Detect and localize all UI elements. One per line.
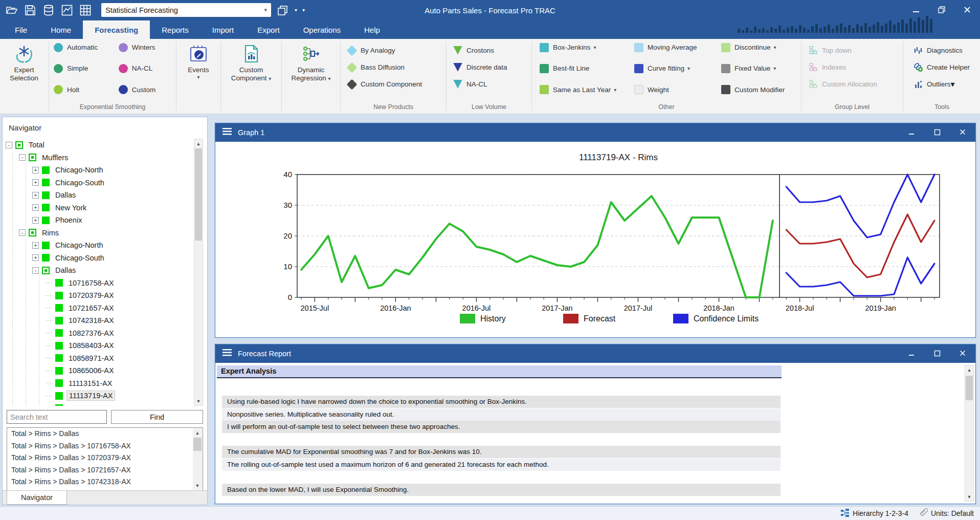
maximize-button[interactable] — [931, 127, 943, 137]
tree-item[interactable]: 10827376-AX — [6, 327, 191, 340]
tree-expander[interactable]: + — [32, 192, 39, 199]
search-input[interactable] — [7, 410, 107, 424]
new-product-method-button[interactable]: Custom Component — [347, 76, 446, 93]
low-volume-method-button[interactable]: Discrete data — [453, 59, 531, 76]
tree-item[interactable]: 11113151-AX — [6, 377, 191, 390]
tree-expander[interactable]: + — [32, 204, 39, 211]
smoothing-method-button[interactable]: Holt — [54, 81, 114, 98]
tree-item[interactable]: 10858971-AX — [6, 352, 191, 365]
minimize-button[interactable] — [909, 4, 923, 15]
ribbon-tab[interactable]: Reports — [150, 20, 201, 39]
smoothing-method-button[interactable]: Custom — [119, 81, 171, 98]
tree-item[interactable]: 10720379-AX — [6, 289, 191, 302]
other-method-button[interactable]: Fixed Value ▾ — [721, 60, 806, 77]
tree-item[interactable]: +Dallas — [6, 189, 191, 202]
expert-selection-button[interactable]: Expert Selection — [0, 42, 48, 102]
scroll-down-icon[interactable]: ▼ — [193, 481, 202, 490]
smoothing-method-button[interactable]: Simple — [54, 60, 114, 77]
window-menu-icon[interactable] — [222, 349, 232, 358]
other-method-button[interactable]: Curve fitting ▾ — [634, 60, 721, 77]
result-row[interactable]: Total > Rims > Dallas > 10721657-AX — [7, 464, 203, 476]
tree-expander[interactable]: + — [32, 217, 39, 224]
find-button[interactable]: Find — [111, 410, 203, 424]
other-method-button[interactable]: Weight — [634, 81, 721, 98]
cascade-windows-icon[interactable] — [276, 4, 289, 17]
tree-expander[interactable]: + — [32, 242, 39, 249]
navigator-tab[interactable]: Navigator — [7, 491, 67, 505]
quick-access-more-icon[interactable]: ▾ — [302, 7, 305, 13]
tree-item[interactable]: -Mufflers — [6, 151, 191, 164]
ribbon-tab[interactable]: Help — [352, 20, 392, 39]
ribbon-tab[interactable]: Export — [246, 20, 291, 39]
other-method-button[interactable]: Custom Modifier — [721, 81, 806, 98]
ribbon-tab[interactable]: Operations — [292, 20, 352, 39]
save-icon[interactable] — [24, 4, 37, 17]
minimize-button[interactable] — [906, 348, 917, 358]
new-product-method-button[interactable]: Bass Diffusion — [347, 59, 446, 76]
ribbon-tab[interactable]: Import — [201, 20, 246, 39]
report-scrollbar[interactable]: ▲ ▼ — [965, 365, 974, 502]
scroll-up-icon[interactable]: ▲ — [193, 428, 202, 437]
result-row[interactable]: Total > Rims > Dallas > 10716758-AX — [7, 440, 203, 452]
custom-allocation-button[interactable]: Custom Allocation — [808, 76, 902, 93]
restore-button[interactable] — [935, 4, 948, 15]
new-product-method-button[interactable]: By Analogy — [347, 42, 446, 59]
tree-item[interactable]: 10721657-AX — [6, 302, 191, 315]
hierarchy-status[interactable]: Hierarchy 1-2-3-4 — [840, 508, 908, 519]
units-status[interactable]: Units: Default — [919, 508, 974, 519]
scroll-thumb[interactable] — [193, 438, 202, 451]
tree-item[interactable]: 10865006-AX — [6, 364, 191, 377]
result-row[interactable]: Total > Rims > Dallas > 10720379-AX — [7, 452, 203, 464]
tree-expander[interactable]: - — [19, 229, 26, 236]
tree-expander[interactable]: + — [32, 179, 39, 186]
dynamic-regression-button[interactable]: Dynamic Regression ▾ — [285, 42, 337, 102]
ribbon-tab[interactable]: Forecasting — [83, 20, 150, 39]
tree-item[interactable]: 10742318-AX — [6, 314, 191, 327]
results-scrollbar[interactable]: ▲ ▼ — [193, 428, 202, 490]
database-icon[interactable] — [42, 4, 55, 17]
top-down-button[interactable]: Top down — [808, 42, 902, 59]
result-row[interactable]: Total > Rims > Dallas > 10742318-AX — [7, 476, 203, 488]
tree-scrollbar[interactable]: ▲ ▼ — [194, 139, 203, 406]
events-button[interactable]: Events ▾ — [185, 42, 212, 102]
tree-item[interactable]: +Chicago-North — [6, 239, 191, 252]
tree-item[interactable]: +New York — [6, 202, 191, 214]
tree-expander[interactable]: - — [19, 154, 26, 161]
scroll-thumb[interactable] — [195, 148, 202, 241]
tree-expander[interactable]: - — [32, 267, 39, 274]
smoothing-method-button[interactable]: Automatic — [54, 39, 114, 56]
window-menu-icon[interactable] — [222, 128, 232, 137]
outliers-button[interactable]: Outliers ▾ — [913, 76, 980, 93]
result-row[interactable]: Total > Rims > Dallas — [7, 428, 203, 440]
scroll-up-icon[interactable]: ▲ — [965, 365, 973, 374]
tree-expander[interactable]: + — [32, 254, 39, 261]
open-folder-icon[interactable] — [5, 4, 18, 17]
close-button[interactable] — [961, 4, 974, 15]
smoothing-method-button[interactable]: Winters — [119, 39, 171, 56]
tree-item[interactable]: +Phoenix — [6, 214, 191, 227]
tree-item[interactable]: -Dallas — [6, 264, 191, 277]
smoothing-method-button[interactable]: NA-CL — [119, 60, 171, 77]
minimize-button[interactable] — [906, 127, 917, 137]
scroll-down-icon[interactable]: ▼ — [965, 492, 973, 501]
scroll-down-icon[interactable]: ▼ — [194, 397, 203, 405]
line-chart-icon[interactable] — [60, 4, 74, 17]
low-volume-method-button[interactable]: NA-CL — [453, 76, 531, 93]
data-grid-icon[interactable] — [79, 4, 92, 17]
other-method-button[interactable]: Best-fit Line — [540, 60, 634, 77]
chevron-down-icon[interactable]: ▾ — [295, 7, 297, 13]
tree-item[interactable]: 11113719-AX — [6, 389, 191, 402]
tree-item[interactable]: +Chicago-South — [6, 177, 191, 189]
tree-expander[interactable]: + — [32, 167, 39, 174]
indexes-button[interactable]: Indexes — [808, 59, 902, 76]
other-method-button[interactable]: Same as Last Year ▾ — [540, 81, 634, 98]
ribbon-tab[interactable]: Home — [39, 20, 83, 39]
close-button[interactable] — [957, 348, 968, 358]
report-window-titlebar[interactable]: Forecast Report — [215, 344, 975, 363]
tree-item[interactable]: -Total — [6, 139, 191, 151]
other-method-button[interactable]: Moving Average — [634, 39, 721, 56]
close-button[interactable] — [957, 127, 968, 137]
other-method-button[interactable]: Discontinue ▾ — [721, 39, 806, 56]
low-volume-method-button[interactable]: Crostons — [453, 42, 531, 59]
scroll-thumb[interactable] — [966, 376, 973, 400]
